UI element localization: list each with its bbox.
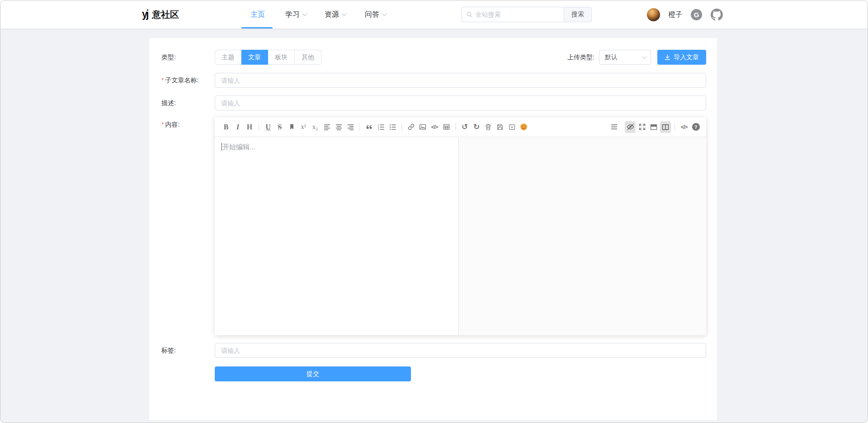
nav-item-qa[interactable]: 问答 xyxy=(365,0,386,29)
brand-name: 意社区 xyxy=(152,9,179,21)
chevron-down-icon xyxy=(642,55,647,59)
brand[interactable]: yj 意社区 xyxy=(142,0,179,29)
markdown-editor: B I H U S x² x₂ xyxy=(215,117,706,335)
sub-article-name-label: *子文章名称: xyxy=(161,73,215,88)
svg-text:3: 3 xyxy=(377,128,379,130)
submit-row: 提交 xyxy=(161,366,706,381)
ordered-list-icon[interactable]: 1 2 3 xyxy=(375,121,386,133)
link-icon[interactable] xyxy=(406,121,416,133)
quote-icon[interactable] xyxy=(363,121,374,133)
type-option-board[interactable]: 板块 xyxy=(268,50,295,65)
tags-input[interactable] xyxy=(215,343,706,358)
import-article-button[interactable]: 导入文章 xyxy=(657,50,706,65)
image-icon[interactable] xyxy=(417,121,428,133)
nav-item-learn[interactable]: 学习 xyxy=(285,0,307,29)
sub-article-name-row: *子文章名称: xyxy=(161,73,706,88)
nav-item-resources[interactable]: 资源 xyxy=(325,0,346,29)
toolbar-right-group: </> ? xyxy=(608,121,702,133)
editor-input-pane[interactable]: 开始编辑... xyxy=(215,137,459,335)
save-icon[interactable] xyxy=(495,121,505,133)
superscript-icon[interactable]: x² xyxy=(298,121,309,133)
undo-icon[interactable]: ↺ xyxy=(459,121,470,133)
chevron-down-icon xyxy=(341,11,346,16)
toolbar-separator xyxy=(455,124,456,130)
download-icon xyxy=(665,54,670,60)
search-icon xyxy=(467,11,472,18)
editor-preview-pane xyxy=(459,137,706,335)
bold-icon[interactable]: B xyxy=(221,121,231,133)
chevron-down-icon xyxy=(382,11,387,16)
editor-panes: 开始编辑... xyxy=(215,137,706,335)
gitee-icon[interactable]: G xyxy=(691,9,702,20)
nav-label: 资源 xyxy=(325,10,339,19)
search-box xyxy=(462,7,564,22)
required-mark: * xyxy=(161,76,164,84)
code-block-icon[interactable]: </> xyxy=(429,121,440,133)
app-window: yj 意社区 主页 学习 资源 问答 搜索 xyxy=(0,0,868,423)
align-left-icon[interactable] xyxy=(321,121,332,133)
navigation-icon[interactable] xyxy=(609,121,619,133)
import-article-label: 导入文章 xyxy=(674,53,699,62)
sub-article-name-input[interactable] xyxy=(215,73,706,88)
username[interactable]: 橙子 xyxy=(669,10,682,19)
unordered-list-icon[interactable] xyxy=(387,121,398,133)
search-group: 搜索 xyxy=(462,7,592,22)
html-view-icon[interactable]: </> xyxy=(679,121,689,133)
nav-label: 问答 xyxy=(365,10,379,19)
strikethrough-icon[interactable]: S xyxy=(274,121,285,133)
fullscreen-icon[interactable] xyxy=(637,121,647,133)
export-icon[interactable] xyxy=(506,121,517,133)
toolbar-separator xyxy=(359,124,360,130)
preview-toggle-icon[interactable] xyxy=(625,121,636,133)
upload-type-value: 默认 xyxy=(605,53,618,62)
split-pane-icon[interactable] xyxy=(660,121,671,133)
trash-icon[interactable] xyxy=(483,121,494,133)
type-label: 类型: xyxy=(161,50,215,65)
tags-label: 标签: xyxy=(161,343,215,358)
subscript-icon[interactable]: x₂ xyxy=(310,121,321,133)
search-input[interactable] xyxy=(476,11,559,18)
emoji-icon[interactable] xyxy=(518,121,529,133)
italic-icon[interactable]: I xyxy=(232,121,243,133)
help-glyph: ? xyxy=(692,123,700,131)
description-input[interactable] xyxy=(215,95,706,110)
nav-item-home[interactable]: 主页 xyxy=(250,0,265,29)
align-center-icon[interactable] xyxy=(333,121,344,133)
single-pane-icon[interactable] xyxy=(648,121,659,133)
submit-button[interactable]: 提交 xyxy=(215,366,411,381)
upload-type-label: 上传类型: xyxy=(567,53,594,62)
github-icon[interactable] xyxy=(711,9,723,21)
user-area: 橙子 G xyxy=(647,0,723,29)
description-row: 描述: xyxy=(161,95,706,110)
toolbar-separator xyxy=(675,124,675,130)
heading-icon[interactable]: H xyxy=(244,121,255,133)
editor-toolbar: B I H U S x² x₂ xyxy=(215,117,706,137)
upload-type-select[interactable]: 默认 xyxy=(599,50,651,65)
description-label: 描述: xyxy=(161,95,215,110)
logo-icon: yj xyxy=(142,8,147,20)
chevron-down-icon xyxy=(302,11,307,16)
required-mark: * xyxy=(161,121,164,128)
type-option-topic[interactable]: 主题 xyxy=(215,50,241,65)
tags-row: 标签: xyxy=(161,343,706,358)
content-row: *内容: B I H U S xyxy=(161,117,706,335)
table-icon[interactable] xyxy=(441,121,452,133)
type-option-article[interactable]: 文章 xyxy=(241,50,268,65)
toolbar-left-group: B I H U S x² x₂ xyxy=(220,121,529,133)
underline-icon[interactable]: U xyxy=(263,121,274,133)
content-label: *内容: xyxy=(161,117,215,335)
search-button[interactable]: 搜索 xyxy=(564,7,592,22)
mark-icon[interactable] xyxy=(286,121,297,133)
toolbar-separator xyxy=(401,124,402,130)
nav-label: 主页 xyxy=(250,10,265,19)
nav-label: 学习 xyxy=(285,10,300,19)
type-row: 类型: 主题 文章 板块 其他 上传类型: 默认 xyxy=(161,50,706,65)
align-right-icon[interactable] xyxy=(345,121,356,133)
toolbar-separator xyxy=(259,124,259,130)
type-option-other[interactable]: 其他 xyxy=(295,50,321,65)
redo-icon[interactable]: ↻ xyxy=(471,121,482,133)
header: yj 意社区 主页 学习 资源 问答 搜索 xyxy=(0,0,868,29)
help-icon[interactable]: ? xyxy=(690,121,701,133)
avatar[interactable] xyxy=(647,8,660,21)
form-card: 类型: 主题 文章 板块 其他 上传类型: 默认 xyxy=(149,38,717,420)
